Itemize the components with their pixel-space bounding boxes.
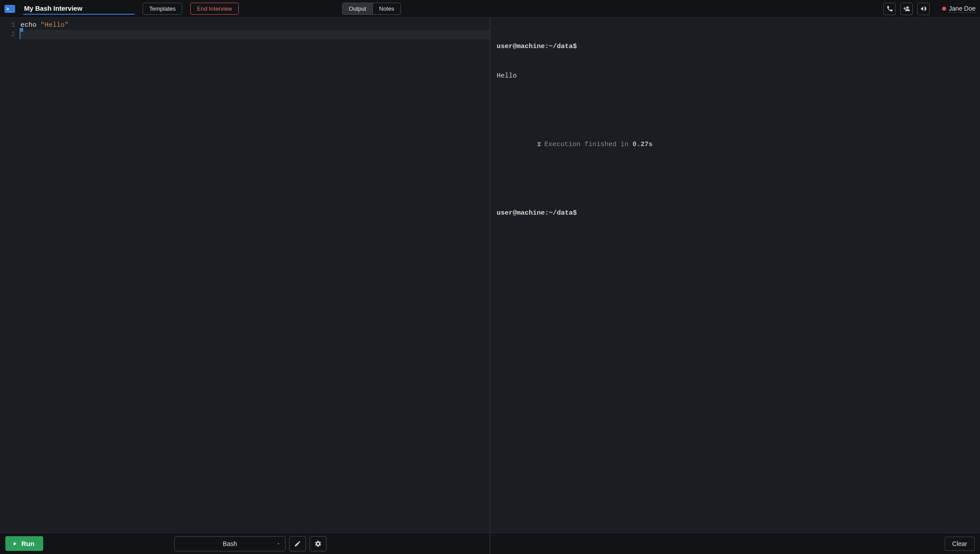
interview-title-input[interactable] — [23, 3, 135, 15]
app-root: >_ Templates End Interview Output Notes — [0, 0, 980, 554]
terminal-prompt-1: user@machine:~/data$ — [497, 42, 974, 52]
output-pane: user@machine:~/data$ Hello ⧗Execution fi… — [490, 18, 980, 554]
tab-notes[interactable]: Notes — [372, 3, 400, 14]
output-bottom-bar: Clear — [490, 533, 980, 554]
execution-status: ⧗Execution finished in 0.27s — [497, 130, 974, 159]
play-icon — [12, 541, 18, 547]
bottom-left: Run — [5, 536, 43, 551]
add-person-icon — [903, 5, 910, 12]
top-bar-left: >_ Templates End Interview — [4, 3, 239, 15]
code-content[interactable]: echo "Hello" — [20, 20, 490, 30]
presence-name: Jane Doe — [949, 5, 976, 13]
presence-indicator[interactable]: Jane Doe — [934, 5, 976, 13]
language-select[interactable]: Bash — [174, 536, 286, 551]
cursor-icon — [20, 30, 20, 39]
main-split: 1echo "Hello"2 Run Bash — [0, 18, 980, 554]
bottom-center: Bash — [43, 536, 457, 551]
phone-icon — [886, 5, 893, 12]
terminal-icon: >_ — [6, 6, 11, 12]
editor-bottom-bar: Run Bash — [0, 533, 490, 554]
status-dot-icon — [942, 7, 946, 11]
execution-prefix: Execution finished in — [544, 141, 633, 148]
run-button-label: Run — [21, 540, 34, 547]
call-button[interactable] — [883, 3, 896, 15]
pencil-icon — [294, 540, 301, 547]
gear-icon — [314, 540, 322, 547]
hourglass-icon: ⧗ — [537, 141, 542, 148]
top-bar-right: Jane Doe — [883, 3, 976, 15]
top-bar-center: Output Notes — [244, 3, 878, 15]
edit-button[interactable] — [289, 536, 306, 551]
megaphone-icon — [920, 5, 927, 12]
line-number: 1 — [0, 20, 20, 30]
caret-up-icon — [276, 540, 281, 547]
clear-button[interactable]: Clear — [945, 537, 975, 551]
output-notes-tabs: Output Notes — [342, 3, 401, 15]
invite-button[interactable] — [900, 3, 913, 15]
line-number: 2 — [0, 30, 20, 39]
top-bar: >_ Templates End Interview Output Notes — [0, 0, 980, 18]
announce-button[interactable] — [917, 3, 930, 15]
terminal-prompt-2: user@machine:~/data$ — [497, 208, 974, 218]
code-line[interactable]: 2 — [0, 30, 490, 39]
run-button[interactable]: Run — [5, 536, 43, 551]
code-line[interactable]: 1echo "Hello" — [0, 20, 490, 30]
terminal-stdout: Hello — [497, 71, 974, 81]
templates-button[interactable]: Templates — [143, 3, 182, 15]
app-logo[interactable]: >_ — [4, 5, 15, 13]
terminal-output[interactable]: user@machine:~/data$ Hello ⧗Execution fi… — [490, 18, 980, 533]
editor-pane: 1echo "Hello"2 Run Bash — [0, 18, 490, 554]
language-select-value: Bash — [223, 540, 237, 547]
end-interview-button[interactable]: End Interview — [190, 3, 239, 15]
tab-output[interactable]: Output — [343, 3, 372, 14]
execution-time: 0.27s — [633, 141, 653, 148]
code-editor[interactable]: 1echo "Hello"2 — [0, 18, 490, 533]
settings-button[interactable] — [310, 536, 327, 551]
code-content[interactable] — [20, 30, 490, 39]
